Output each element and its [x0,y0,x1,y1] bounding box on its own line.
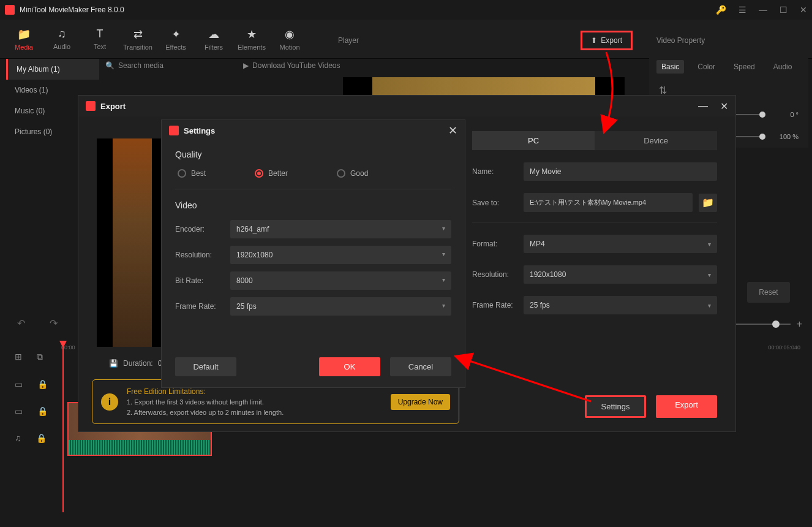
upgrade-now-button[interactable]: Upgrade Now [391,394,450,410]
minimize-icon[interactable]: — [759,5,767,15]
video-property-title: Video Property [649,25,808,56]
saveto-input[interactable]: E:\テスト用\テスト素材\My Movie.mp4 [524,193,693,212]
opacity-value: 100 % [773,133,799,140]
export-button[interactable]: ⬆ Export [581,31,633,50]
default-button[interactable]: Default [175,357,236,376]
quality-option-best[interactable]: Best [178,169,206,178]
limitations-line2: 2. Afterwards, export video up to 2 minu… [127,408,382,418]
effects-icon: ✦ [171,28,181,41]
settings-close-icon[interactable]: ✕ [448,124,457,137]
menu-icon[interactable]: ☰ [739,5,746,15]
radio-icon [255,169,263,178]
ok-button[interactable]: OK [319,357,380,376]
chevron-down-icon: ▾ [708,302,711,309]
framerate-select[interactable]: 25 fps▾ [524,296,717,314]
toolbar-filters[interactable]: ☁Filters [195,20,233,58]
tab-pc[interactable]: PC [472,131,595,150]
info-icon: i [101,393,118,411]
encoder-select[interactable]: h264_amf▾ [230,220,451,238]
chevron-down-icon: ▾ [442,251,445,259]
text-icon: T [97,28,103,40]
bitrate-label: Bit Rate: [175,276,224,285]
motion-icon: ◉ [285,28,295,41]
redo-icon[interactable]: ↷ [50,317,58,329]
undo-icon[interactable]: ↶ [17,317,25,329]
chevron-down-icon: ▾ [442,225,445,233]
reset-button[interactable]: Reset [747,282,790,303]
encoder-label: Encoder: [175,225,224,233]
copy-track-icon[interactable]: ⧉ [37,352,43,362]
cancel-button[interactable]: Cancel [390,357,451,376]
settings-dialog: Settings ✕ Quality BestBetterGood Video … [161,119,465,388]
rotation-value: 0 ° [773,111,799,118]
export-target-tabs: PC Device [472,131,717,150]
export-minimize-icon[interactable]: — [698,100,708,112]
settings-dialog-title: Settings [184,126,448,135]
zoom-in-icon[interactable]: + [797,319,802,330]
export-icon: ⬆ [591,36,597,45]
name-input[interactable]: My Movie [524,162,717,181]
quality-option-better[interactable]: Better [255,169,288,178]
saveto-label: Save to: [472,199,517,207]
toolbar-text[interactable]: TText [81,20,119,58]
toolbar-effects[interactable]: ✦Effects [157,20,195,58]
bitrate-select[interactable]: 8000▾ [230,271,451,290]
tab-device[interactable]: Device [595,131,717,150]
export-confirm-button[interactable]: Export [656,395,717,418]
filters-icon: ☁ [208,28,219,41]
s-framerate-select[interactable]: 25 fps▾ [230,297,451,316]
lock-icon[interactable]: 🔒 [37,379,48,389]
toolbar-motion[interactable]: ◉Motion [271,20,309,58]
format-select[interactable]: MP4▾ [524,235,717,253]
maximize-icon[interactable]: ☐ [780,5,788,15]
export-dialog-title: Export [100,102,686,111]
search-input[interactable]: 🔍 Search media [105,61,164,70]
add-track-icon[interactable]: ⊞ [15,352,22,362]
toolbar-audio[interactable]: ♫Audio [43,20,81,58]
framerate-label: Frame Rate: [472,301,517,309]
player-panel-header: Player ⬆ Export [331,25,640,56]
quality-option-good[interactable]: Good [337,169,368,178]
settings-dialog-logo-icon [169,126,179,135]
close-icon[interactable]: ✕ [800,5,807,15]
download-youtube-button[interactable]: ▶ Download YouTube Videos [243,61,340,70]
export-close-icon[interactable]: ✕ [720,100,728,112]
radio-icon [178,169,186,178]
elements-icon: ★ [247,28,257,41]
app-title: MiniTool MovieMaker Free 8.0.0 [20,6,716,14]
vp-tab-audio[interactable]: Audio [769,60,797,74]
sidebar-item[interactable]: My Album (1) [6,59,99,80]
quality-options: BestBetterGood [175,169,451,178]
license-key-icon[interactable]: 🔑 [716,5,726,15]
limitations-line1: 1. Export the first 3 videos without len… [127,397,382,408]
resolution-select[interactable]: 1920x1080▾ [524,265,717,284]
toolbar-elements[interactable]: ★Elements [233,20,271,58]
vp-tab-color[interactable]: Color [693,60,720,74]
toolbar-media[interactable]: 📁Media [5,20,43,58]
video-property-tabs: BasicColorSpeedAudio [649,56,808,77]
audio-track-icon[interactable]: ♫ [15,433,21,443]
vp-tab-basic[interactable]: Basic [656,60,684,74]
duration-label: Duration: [123,359,153,368]
video-section-title: Video [175,200,451,210]
chevron-down-icon: ▾ [442,276,445,285]
search-row: 🔍 Search media ▶ Download YouTube Videos [105,61,340,70]
overlay-track-icon[interactable]: ▭ [15,406,23,416]
undo-redo-row: ↶ ↷ [17,317,58,329]
transition-icon: ⇄ [133,28,143,41]
s-framerate-label: Frame Rate: [175,302,224,311]
s-resolution-select[interactable]: 1920x1080▾ [230,246,451,264]
resolution-label: Resolution: [472,270,517,279]
chevron-down-icon: ▾ [708,241,711,248]
browse-folder-icon[interactable]: 📁 [699,194,717,212]
chevron-down-icon: ▾ [708,271,711,278]
lock-icon[interactable]: 🔒 [36,433,47,443]
player-label: Player [338,36,581,45]
duration-icon: 💾 [109,359,118,368]
vp-tab-speed[interactable]: Speed [729,60,760,74]
lock-icon[interactable]: 🔒 [37,406,48,416]
playhead[interactable] [62,341,64,512]
settings-button[interactable]: Settings [585,395,646,418]
toolbar-transition[interactable]: ⇄Transition [119,20,157,58]
video-track-icon[interactable]: ▭ [15,379,23,389]
